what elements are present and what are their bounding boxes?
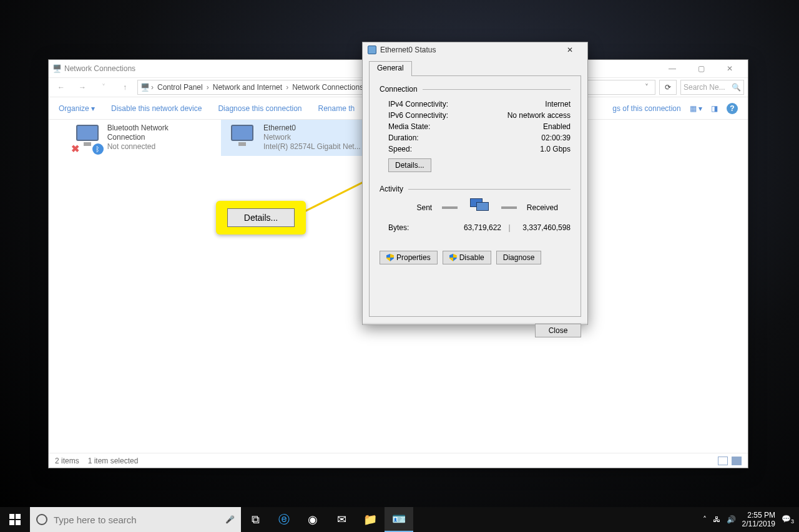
callout-highlight: Details... <box>216 201 306 235</box>
dash-icon <box>442 206 458 209</box>
adapter-status: Not connected <box>107 142 203 152</box>
network-tray-icon[interactable]: 🖧 <box>713 515 720 524</box>
chevron-right-icon: › <box>207 83 209 92</box>
adapter-icon <box>227 123 257 153</box>
search-icon: 🔍 <box>732 83 741 92</box>
start-button[interactable] <box>0 507 30 532</box>
item-count: 2 items <box>55 457 79 465</box>
properties-button[interactable]: Properties <box>380 251 438 264</box>
disconnected-icon: ✖ <box>71 143 79 155</box>
network-icon <box>368 46 376 54</box>
clock[interactable]: 2:55 PM 2/11/2019 <box>742 511 775 528</box>
media-state-label: Media State: <box>388 122 430 131</box>
up-button[interactable]: ↑ <box>116 80 134 95</box>
duration-value: 02:00:39 <box>541 133 571 142</box>
forward-button[interactable]: → <box>74 80 91 95</box>
minimize-button[interactable]: — <box>658 60 687 77</box>
control-panel-app-icon[interactable]: 🪪 <box>385 507 413 532</box>
ipv4-label: IPv4 Connectivity: <box>388 100 448 109</box>
time: 2:55 PM <box>742 511 775 520</box>
sent-label: Sent <box>388 203 432 212</box>
disable-device-command[interactable]: Disable this network device <box>111 104 202 113</box>
chevron-right-icon: › <box>286 83 288 92</box>
chrome-app-icon[interactable]: ◉ <box>298 507 327 532</box>
dialog-titlebar[interactable]: Ethernet0 Status ✕ <box>363 42 587 57</box>
diagnose-command[interactable]: Diagnose this connection <box>218 104 301 113</box>
action-center-icon[interactable]: 💬3 <box>782 515 794 525</box>
crumb-network-internet[interactable]: Network and Internet <box>210 83 285 92</box>
view-status-command[interactable]: gs of this connection <box>612 104 680 113</box>
date: 2/11/2019 <box>742 520 775 528</box>
tab-strip: General <box>369 61 581 76</box>
adapter-name: Bluetooth Network Connection <box>107 123 203 142</box>
close-button[interactable]: Close <box>535 324 581 337</box>
control-panel-icon: 🖥️ <box>140 83 150 92</box>
duration-label: Duration: <box>388 133 419 142</box>
volume-tray-icon[interactable]: 🔊 <box>727 515 736 524</box>
media-state-value: Enabled <box>543 122 571 131</box>
maximize-button[interactable]: ▢ <box>687 60 715 77</box>
svg-rect-2 <box>9 514 14 519</box>
ipv4-value: Internet <box>545 100 571 109</box>
shield-icon <box>449 254 457 261</box>
adapter-network: Network <box>263 133 361 142</box>
adapter-bluetooth[interactable]: ✖ ᛒ Bluetooth Network Connection Not con… <box>72 123 203 153</box>
details-view-icon[interactable] <box>718 457 728 465</box>
recent-button[interactable]: ˅ <box>95 80 112 95</box>
control-panel-icon: 🖥️ <box>52 64 62 73</box>
help-icon[interactable]: ? <box>727 103 738 114</box>
tab-general[interactable]: General <box>369 61 412 76</box>
rename-command[interactable]: Rename th <box>318 104 355 113</box>
tray-overflow-icon[interactable]: ˄ <box>703 515 707 524</box>
svg-rect-3 <box>16 514 21 519</box>
selection-count: 1 item selected <box>88 457 139 465</box>
bytes-received-value: 3,337,460,598 <box>517 223 571 232</box>
adapter-device: Intel(R) 82574L Gigabit Net... <box>263 142 361 152</box>
taskbar: 🎤 ⧉ ⓔ ◉ ✉ 📁 🪪 ˄ 🖧 🔊 2:55 PM 2/11/2019 💬3 <box>0 507 799 532</box>
activity-group-label: Activity <box>380 185 403 193</box>
chevron-right-icon: › <box>151 83 154 92</box>
back-button[interactable]: ← <box>52 80 70 95</box>
ipv6-value: No network access <box>507 111 571 120</box>
ipv6-label: IPv6 Connectivity: <box>388 111 448 120</box>
details-button[interactable]: Details... <box>388 158 431 172</box>
adapter-name: Ethernet0 <box>263 123 361 133</box>
task-view-button[interactable]: ⧉ <box>241 507 270 532</box>
disable-button[interactable]: Disable <box>443 251 491 264</box>
bluetooth-icon: ᛒ <box>92 143 104 155</box>
search-input[interactable] <box>54 515 219 525</box>
general-panel: Connection IPv4 Connectivity:Internet IP… <box>369 76 581 317</box>
taskbar-search[interactable]: 🎤 <box>30 507 241 532</box>
dash-icon <box>501 206 517 209</box>
edge-app-icon[interactable]: ⓔ <box>270 507 298 532</box>
dialog-title: Ethernet0 Status <box>380 46 436 54</box>
crumb-network-connections[interactable]: Network Connections <box>290 83 366 92</box>
svg-rect-4 <box>9 520 14 525</box>
mail-app-icon[interactable]: ✉ <box>327 507 356 532</box>
crumb-control-panel[interactable]: Control Panel <box>155 83 205 92</box>
close-button[interactable]: ✕ <box>715 60 744 77</box>
breadcrumb-dropdown[interactable]: ˅ <box>641 83 652 92</box>
status-bar: 2 items 1 item selected <box>49 453 748 468</box>
view-options-icon[interactable]: ▦ ▾ <box>690 104 702 113</box>
svg-rect-5 <box>16 520 21 525</box>
cortana-icon <box>36 514 47 525</box>
dialog-close-button[interactable]: ✕ <box>557 42 582 57</box>
explorer-app-icon[interactable]: 📁 <box>356 507 385 532</box>
callout-details-button: Details... <box>227 208 295 227</box>
shield-icon <box>386 254 394 261</box>
preview-pane-icon[interactable]: ◨ <box>711 104 718 113</box>
activity-icon <box>468 198 492 217</box>
organize-menu[interactable]: Organize ▾ <box>59 104 95 113</box>
refresh-button[interactable]: ⟳ <box>659 80 677 95</box>
speed-value: 1.0 Gbps <box>540 145 571 153</box>
mic-icon[interactable]: 🎤 <box>225 515 235 524</box>
diagnose-button[interactable]: Diagnose <box>496 251 542 264</box>
window-title: Network Connections <box>64 64 135 73</box>
tiles-view-icon[interactable] <box>732 457 742 465</box>
ethernet-status-dialog: Ethernet0 Status ✕ General Connection IP… <box>362 42 588 325</box>
search-placeholder: Search Ne... <box>684 83 725 92</box>
bytes-sent-value: 63,719,622 <box>448 223 501 232</box>
speed-label: Speed: <box>388 145 412 153</box>
search-box[interactable]: Search Ne... 🔍 <box>680 80 744 95</box>
